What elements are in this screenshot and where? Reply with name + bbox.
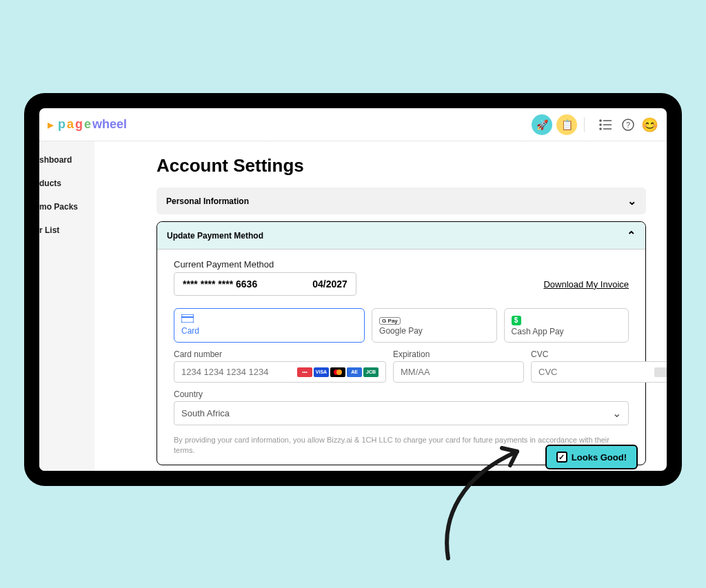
device-frame: ▸ p a g e wheel 🚀 📋 ? 😊 shboard	[24, 93, 682, 486]
current-card: **** **** **** 6636 04/2027	[174, 272, 356, 296]
gpay-icon: G Pay	[379, 314, 489, 325]
accordion-personal-info[interactable]: Personal Information ⌄	[157, 187, 646, 214]
masked-number: **** **** **** 6636	[183, 278, 257, 290]
expiration-label: Expiration	[393, 349, 524, 359]
tablet-button[interactable]: 📋	[556, 114, 577, 135]
topbar: ▸ p a g e wheel 🚀 📋 ? 😊	[39, 108, 667, 141]
card-number-input[interactable]	[181, 367, 297, 377]
accordion-body: Current Payment Method **** **** **** 66…	[157, 250, 645, 465]
svg-rect-8	[181, 314, 194, 323]
logo-char: g	[75, 117, 83, 132]
download-invoice-link[interactable]: Download My Invoice	[543, 279, 629, 290]
jcb-icon: JCB	[363, 367, 379, 377]
svg-rect-9	[181, 316, 194, 318]
pay-option-gpay[interactable]: G Pay Google Pay	[372, 308, 496, 343]
svg-text:?: ?	[626, 121, 630, 129]
logo[interactable]: p a g e wheel	[58, 117, 127, 132]
sidebar-item-products[interactable]: ducts	[39, 172, 94, 195]
page-title: Account Settings	[157, 155, 646, 176]
sidebar-item-dashboard[interactable]: shboard	[39, 148, 94, 172]
arrow-left-icon[interactable]: ▸	[48, 117, 54, 132]
country-select[interactable]: South Africa ⌄	[174, 401, 629, 425]
visa-icon: VISA	[314, 367, 329, 377]
card-icon	[181, 314, 357, 325]
cc-icon: •••	[297, 367, 312, 377]
country-label: Country	[174, 389, 629, 399]
check-icon: ✓	[556, 452, 567, 463]
cashapp-icon: $	[512, 314, 621, 325]
pay-option-label: Cash App Pay	[512, 327, 564, 336]
chevron-up-icon: ⌃	[627, 229, 636, 242]
expiration-input[interactable]	[401, 367, 516, 377]
list-icon[interactable]	[598, 119, 614, 130]
cvc-label: CVC	[531, 349, 667, 359]
accordion-header[interactable]: Update Payment Method ⌃	[157, 222, 645, 250]
sidebar-item-promo-packs[interactable]: mo Packs	[39, 195, 94, 219]
divider	[584, 117, 585, 132]
pay-option-card[interactable]: Card	[174, 308, 365, 343]
accordion-payment-method: Update Payment Method ⌃ Current Payment …	[157, 221, 646, 465]
mastercard-icon	[330, 367, 345, 377]
logo-char: wheel	[92, 117, 127, 132]
cvc-icon	[654, 367, 667, 377]
pay-option-label: Card	[181, 326, 199, 336]
accordion-title: Update Payment Method	[167, 231, 263, 241]
rocket-button[interactable]: 🚀	[532, 114, 552, 135]
card-expiry: 04/2027	[312, 278, 347, 290]
looks-good-button[interactable]: ✓ Looks Good!	[545, 445, 638, 469]
main: Account Settings Personal Information ⌄ …	[94, 141, 667, 471]
accordion-title: Personal Information	[166, 196, 249, 206]
pay-option-cashapp[interactable]: $ Cash App Pay	[504, 308, 629, 343]
card-number-input-wrap: ••• VISA AE JCB	[174, 361, 386, 383]
logo-char: a	[67, 117, 74, 132]
body: shboard ducts mo Packs r List Account Se…	[39, 141, 667, 471]
sidebar: shboard ducts mo Packs r List	[39, 141, 94, 471]
svg-point-11	[336, 369, 342, 375]
chevron-down-icon: ⌄	[627, 194, 636, 207]
chevron-down-icon: ⌄	[612, 407, 621, 420]
logo-char: p	[58, 117, 65, 132]
amex-icon: AE	[347, 367, 362, 377]
cvc-input[interactable]	[538, 367, 654, 377]
country-value: South Africa	[181, 408, 230, 418]
current-payment-label: Current Payment Method	[174, 259, 629, 270]
card-number-label: Card number	[174, 349, 386, 359]
help-icon[interactable]: ?	[621, 119, 636, 131]
card-brand-icons: ••• VISA AE JCB	[297, 367, 379, 377]
looks-good-label: Looks Good!	[572, 452, 627, 463]
svg-point-4	[600, 128, 601, 130]
logo-char: e	[84, 117, 91, 132]
svg-point-0	[600, 120, 601, 121]
screen: ▸ p a g e wheel 🚀 📋 ? 😊 shboard	[39, 108, 667, 471]
pay-option-label: Google Pay	[379, 326, 423, 336]
svg-point-2	[600, 124, 601, 125]
smile-icon[interactable]: 😊	[641, 116, 658, 133]
sidebar-item-list[interactable]: r List	[39, 219, 94, 242]
